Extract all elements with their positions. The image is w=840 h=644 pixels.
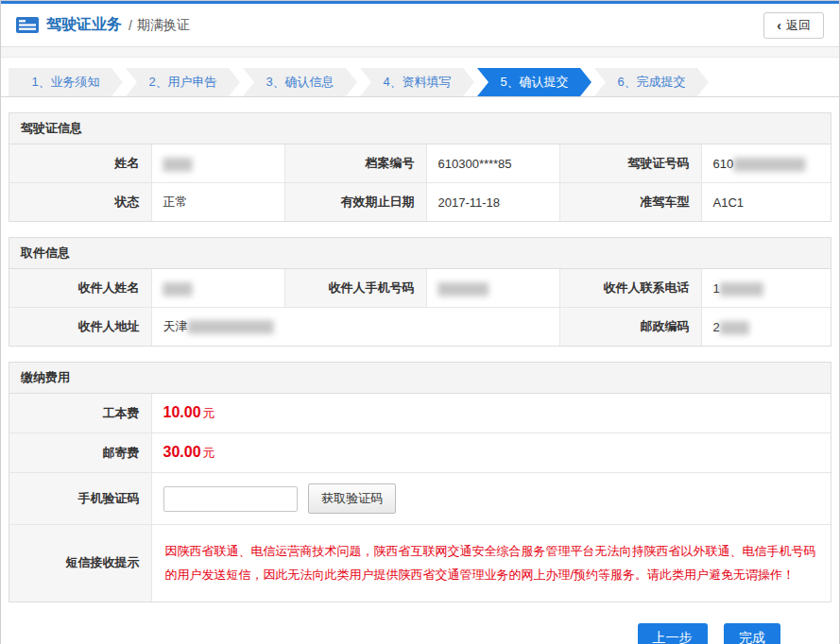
- page-subtitle: 期满换证: [137, 17, 190, 34]
- fees-section: 缴纳费用 工本费 10.00元 邮寄费 30.00元 手机验证码 获取验证码 短…: [9, 362, 831, 602]
- recipient-address-value: 天津████████████: [151, 308, 559, 347]
- page: 驾驶证业务 / 期满换证 ‹ 返回 1、业务须知 2、用户申告 3、确认信息 4…: [0, 0, 840, 644]
- license-info-table: 姓名 ████ 档案编号 610300****85 驾驶证号码 610█████…: [9, 144, 831, 221]
- step-5-confirm-submit: 5、确认提交: [477, 68, 591, 96]
- recipient-name-label: 收件人姓名: [9, 269, 151, 308]
- production-fee-label: 工本费: [9, 394, 151, 433]
- recipient-mobile-value: ███████: [426, 269, 559, 308]
- breadcrumb-separator: /: [129, 18, 132, 33]
- step-1-business-notice: 1、业务须知: [9, 68, 123, 96]
- sms-code-cell: 获取验证码: [151, 473, 831, 525]
- postage-fee-value: 30.00元: [151, 433, 831, 473]
- redacted-name: ████: [163, 158, 192, 171]
- sms-code-input[interactable]: [163, 486, 298, 512]
- step-4-fill-data: 4、资料填写: [360, 68, 474, 96]
- finish-button[interactable]: 完成: [724, 623, 780, 644]
- postal-code-label: 邮政编码: [559, 308, 701, 347]
- license-info-section: 驾驶证信息 姓名 ████ 档案编号 610300****85 驾驶证号码 61…: [9, 112, 831, 222]
- steps-bar: 1、业务须知 2、用户申告 3、确认信息 4、资料填写 5、确认提交 6、完成提…: [1, 58, 839, 97]
- pickup-info-section-title: 取件信息: [9, 238, 831, 269]
- sms-notice-label: 短信接收提示: [9, 525, 151, 602]
- table-row: 工本费 10.00元: [9, 394, 831, 433]
- vehicle-type-value: A1C1: [701, 183, 831, 222]
- step-6-complete-submit: 6、完成提交: [594, 68, 709, 96]
- recipient-address-label: 收件人地址: [9, 308, 151, 347]
- table-row: 姓名 ████ 档案编号 610300****85 驾驶证号码 610█████…: [9, 144, 831, 183]
- recipient-name-value: ████: [151, 269, 284, 308]
- step-2-user-declaration: 2、用户申告: [126, 68, 240, 96]
- valid-until-value: 2017-11-18: [426, 183, 559, 222]
- postal-code-value: 2████: [701, 308, 831, 347]
- vehicle-type-label: 准驾车型: [559, 183, 701, 222]
- footer-actions: 上一步 完成: [1, 602, 839, 644]
- id-card-icon: [16, 17, 39, 33]
- production-fee-value: 10.00元: [151, 394, 831, 433]
- prev-step-button[interactable]: 上一步: [638, 623, 708, 644]
- redacted-recipient-name: ████: [163, 282, 192, 296]
- license-number-label: 驾驶证号码: [559, 144, 701, 183]
- page-title: 驾驶证业务: [46, 15, 122, 35]
- status-label: 状态: [9, 183, 151, 222]
- name-label: 姓名: [9, 144, 151, 183]
- status-value: 正常: [151, 183, 284, 222]
- pickup-info-section: 取件信息 收件人姓名 ████ 收件人手机号码 ███████ 收件人联系电话 …: [9, 237, 831, 347]
- table-row: 短信接收提示 因陕西省联通、电信运营商技术问题，陕西省互联网交通安全综合服务管理…: [9, 525, 831, 602]
- header-divider-band: [1, 47, 839, 58]
- chevron-left-icon: ‹: [777, 19, 781, 32]
- valid-until-label: 有效期止日期: [284, 183, 426, 222]
- recipient-phone-value: 1██████: [701, 269, 831, 308]
- fees-table: 工本费 10.00元 邮寄费 30.00元 手机验证码 获取验证码 短信接收提示…: [9, 394, 831, 602]
- recipient-mobile-label: 收件人手机号码: [284, 269, 426, 308]
- postage-fee-label: 邮寄费: [9, 433, 151, 473]
- sms-notice-cell: 因陕西省联通、电信运营商技术问题，陕西省互联网交通安全综合服务管理平台无法向持陕…: [151, 525, 831, 602]
- back-button-label: 返回: [786, 17, 811, 34]
- step-3-confirm-info: 3、确认信息: [243, 68, 357, 96]
- back-button[interactable]: ‹ 返回: [763, 12, 824, 39]
- redacted-recipient-address: ████████████: [188, 320, 273, 333]
- redacted-recipient-mobile: ███████: [438, 282, 489, 296]
- redacted-license-number: ██████████: [733, 158, 804, 171]
- fees-section-title: 缴纳费用: [9, 363, 831, 394]
- file-number-value: 610300****85: [426, 144, 559, 183]
- sms-notice-text: 因陕西省联通、电信运营商技术问题，陕西省互联网交通安全综合服务管理平台无法向持陕…: [163, 535, 820, 591]
- pickup-info-table: 收件人姓名 ████ 收件人手机号码 ███████ 收件人联系电话 1████…: [9, 269, 831, 346]
- license-info-section-title: 驾驶证信息: [9, 113, 831, 144]
- name-value: ████: [151, 144, 284, 183]
- table-row: 手机验证码 获取验证码: [9, 473, 831, 525]
- table-row: 邮寄费 30.00元: [9, 433, 831, 473]
- sms-code-label: 手机验证码: [9, 473, 151, 525]
- recipient-phone-label: 收件人联系电话: [559, 269, 701, 308]
- header: 驾驶证业务 / 期满换证 ‹ 返回: [1, 4, 839, 47]
- get-code-button[interactable]: 获取验证码: [308, 483, 396, 514]
- table-row: 收件人地址 天津████████████ 邮政编码 2████: [9, 308, 831, 347]
- file-number-label: 档案编号: [284, 144, 426, 183]
- table-row: 收件人姓名 ████ 收件人手机号码 ███████ 收件人联系电话 1████…: [9, 269, 831, 308]
- redacted-postal-code: ████: [720, 321, 748, 334]
- redacted-recipient-phone: ██████: [720, 282, 763, 296]
- table-row: 状态 正常 有效期止日期 2017-11-18 准驾车型 A1C1: [9, 183, 831, 222]
- license-number-value: 610██████████: [701, 144, 831, 183]
